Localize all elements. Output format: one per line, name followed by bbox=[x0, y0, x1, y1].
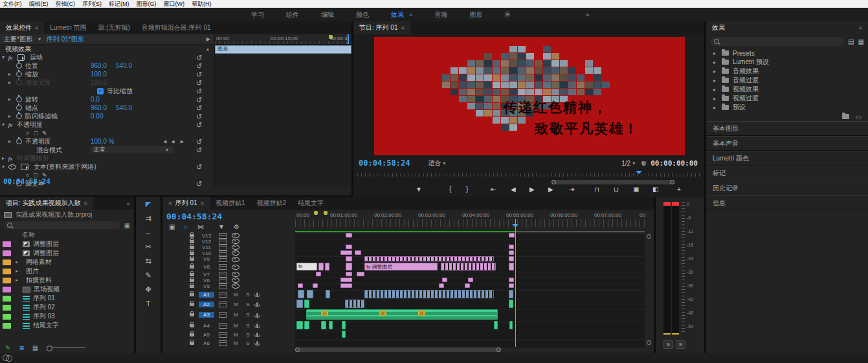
source-patch-icon[interactable] bbox=[219, 340, 227, 346]
program-timecode[interactable]: 00:04:58:24 bbox=[359, 159, 410, 168]
effects-tab[interactable]: 效果≡ bbox=[706, 21, 868, 34]
add-marker-icon[interactable]: ▼ bbox=[218, 223, 225, 230]
reset-parameter-button[interactable]: ↺ bbox=[196, 181, 202, 187]
timeline-clip[interactable] bbox=[509, 263, 514, 270]
timeline-clip[interactable] bbox=[340, 283, 352, 288]
source-patch-icon[interactable] bbox=[219, 264, 227, 270]
lock-icon[interactable] bbox=[190, 285, 194, 288]
source-patch-icon[interactable] bbox=[219, 312, 227, 318]
timeline-clip[interactable] bbox=[439, 283, 444, 288]
selection-tool[interactable]: ◤ bbox=[136, 197, 161, 211]
chevron-right-icon[interactable]: ▸ bbox=[14, 269, 19, 274]
voiceover-record-icon[interactable] bbox=[256, 341, 258, 345]
chevron-right-icon[interactable]: ▸ bbox=[14, 259, 19, 265]
value-field[interactable]: 0.0 bbox=[91, 96, 100, 103]
solo-button[interactable]: S bbox=[244, 292, 252, 298]
icon-view-icon[interactable]: ▦ bbox=[32, 344, 38, 351]
panel-header-历史记录[interactable]: 历史记录 bbox=[706, 181, 868, 195]
settings-wrench-icon[interactable]: ⚙ bbox=[641, 160, 647, 167]
track-lane-V12[interactable] bbox=[295, 239, 645, 245]
source-patch-icon[interactable] bbox=[219, 278, 227, 283]
reset-parameter-button[interactable]: ↺ bbox=[196, 122, 202, 128]
voiceover-record-icon[interactable] bbox=[256, 292, 258, 296]
chevron-right-icon[interactable]: ▸ bbox=[14, 278, 19, 283]
project-item-黑场视频[interactable]: 黑场视频 bbox=[0, 285, 134, 294]
solo-button[interactable]: S bbox=[244, 302, 252, 307]
toggle-track-output-icon[interactable] bbox=[232, 283, 239, 289]
reset-parameter-button[interactable]: ↺ bbox=[196, 71, 202, 78]
hand-tool[interactable]: ✥ bbox=[136, 282, 161, 296]
solo-button[interactable]: S bbox=[244, 312, 252, 318]
effect-label[interactable]: 运动 bbox=[30, 53, 43, 62]
stopwatch-icon[interactable] bbox=[16, 71, 22, 77]
value-field[interactable]: 100.0 bbox=[91, 79, 107, 86]
horizontal-scrollbar[interactable] bbox=[295, 347, 501, 352]
panel-menu-icon[interactable]: ≡ bbox=[401, 25, 404, 31]
stopwatch-icon[interactable] bbox=[16, 96, 22, 102]
panel-tab[interactable]: 源:(无剪辑) bbox=[92, 21, 135, 34]
timeline-clip[interactable] bbox=[296, 321, 303, 329]
track-lane-A6[interactable] bbox=[295, 339, 645, 347]
project-item-网络素材[interactable]: ▸网络素材 bbox=[0, 258, 134, 267]
workspace-tab-库[interactable]: 库 bbox=[504, 10, 511, 19]
chevron-down-icon[interactable]: ▾ bbox=[630, 160, 637, 166]
timeline-playhead[interactable] bbox=[515, 219, 516, 347]
project-search-input[interactable] bbox=[4, 221, 120, 229]
source-patch-icon[interactable] bbox=[219, 292, 227, 298]
lock-icon[interactable] bbox=[190, 303, 194, 306]
sequence-tab-结尾文字[interactable]: 结尾文字 bbox=[292, 197, 329, 210]
lock-icon[interactable] bbox=[190, 246, 194, 249]
value-field[interactable]: 960.0 bbox=[91, 62, 107, 69]
track-name[interactable]: A2 bbox=[199, 302, 214, 307]
timeline-clip[interactable] bbox=[509, 256, 514, 261]
voiceover-record-icon[interactable] bbox=[256, 302, 258, 306]
timeline-clip[interactable] bbox=[441, 263, 496, 270]
chevron-icon[interactable]: ▸ bbox=[6, 80, 13, 85]
play-button[interactable]: ▶ bbox=[529, 186, 535, 193]
step-back-button[interactable]: ◀ bbox=[511, 186, 516, 193]
chevron-icon[interactable]: ▸ bbox=[0, 155, 6, 161]
timeline-clip[interactable]: fx 调整图层 bbox=[364, 263, 438, 270]
lock-icon[interactable] bbox=[190, 234, 194, 237]
workspace-tab-组件[interactable]: 组件 bbox=[286, 10, 299, 19]
mute-button[interactable]: M bbox=[232, 340, 239, 346]
solo-button[interactable]: S bbox=[244, 323, 252, 329]
reset-parameter-button[interactable]: ↺ bbox=[196, 96, 202, 103]
source-patch-icon[interactable] bbox=[219, 256, 227, 262]
effect-label[interactable]: 时间重映射 bbox=[17, 154, 49, 163]
project-item-图片[interactable]: ▸图片 bbox=[0, 267, 134, 276]
pen-tool[interactable]: ✎ bbox=[136, 268, 161, 282]
value-field[interactable]: 540.0 bbox=[116, 104, 132, 111]
stopwatch-icon[interactable] bbox=[16, 80, 22, 85]
timeline-timecode[interactable]: 00:04:58:24 bbox=[166, 212, 222, 221]
track-name[interactable]: V13 bbox=[199, 233, 214, 239]
timeline-clip[interactable] bbox=[346, 263, 352, 270]
panel-overflow-icon[interactable]: » bbox=[126, 200, 134, 207]
track-name[interactable]: A5 bbox=[199, 332, 214, 338]
timeline-clip[interactable] bbox=[316, 272, 321, 276]
sequence-marker[interactable] bbox=[314, 211, 318, 215]
stopwatch-icon[interactable] bbox=[16, 63, 22, 69]
chevron-icon[interactable]: ▸ bbox=[6, 138, 13, 144]
effects-bin-音频效果[interactable]: ▸音频效果 bbox=[706, 67, 868, 76]
ripple-edit-tool[interactable]: ↔ bbox=[136, 225, 161, 239]
menu-item[interactable]: 窗口(W) bbox=[164, 0, 185, 8]
eye-icon[interactable] bbox=[8, 164, 16, 170]
track-name[interactable]: V12 bbox=[199, 239, 214, 245]
source-patch-icon[interactable] bbox=[219, 272, 227, 278]
effect-controls-timecode[interactable]: 00:04:58:24 bbox=[3, 177, 50, 186]
mark-in-button[interactable]: { bbox=[449, 186, 451, 193]
workspace-tab-编辑[interactable]: 编辑 bbox=[321, 10, 334, 19]
uniform-scale-checkbox[interactable]: ✓ bbox=[97, 88, 104, 94]
project-writable-icon[interactable]: ✎ bbox=[5, 344, 10, 351]
project-item-序列 01[interactable]: 序列 01 bbox=[0, 294, 134, 303]
chevron-down-icon[interactable]: ▾ bbox=[441, 160, 447, 166]
snap-icon[interactable]: ∩ bbox=[183, 223, 188, 230]
workspace-tab-音频[interactable]: 音频 bbox=[434, 10, 447, 19]
toggle-track-output-icon[interactable] bbox=[232, 233, 239, 238]
timeline-clip[interactable] bbox=[509, 300, 513, 308]
panel-header-基本图形[interactable]: 基本图形 bbox=[706, 121, 868, 136]
source-patch-icon[interactable] bbox=[219, 302, 227, 307]
lock-icon[interactable] bbox=[190, 342, 194, 345]
project-item-拍摄资料[interactable]: ▸拍摄资料 bbox=[0, 276, 134, 285]
